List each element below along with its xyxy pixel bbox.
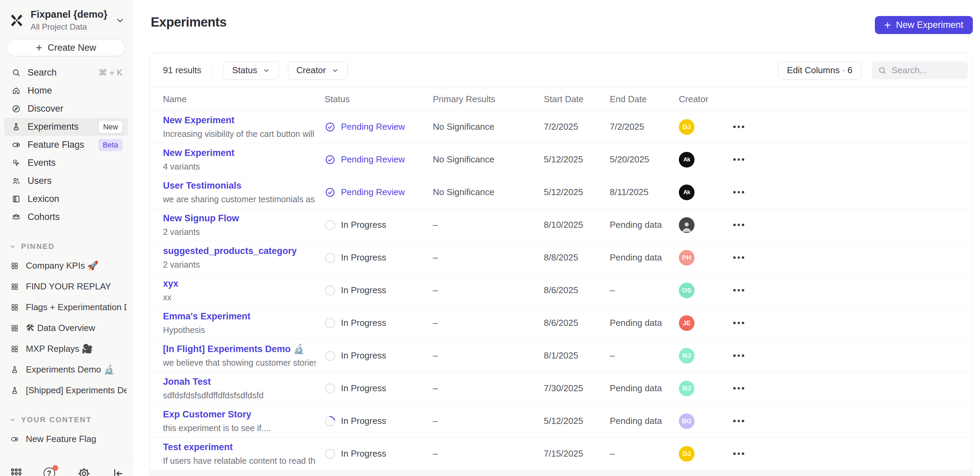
table-footer-strip: [150, 470, 972, 476]
table-row[interactable]: User Testimonials we are sharing custome…: [150, 176, 972, 209]
creator-avatar: OS: [679, 283, 695, 298]
column-header: Primary Results: [433, 94, 544, 104]
status-label: In Progress: [341, 285, 386, 296]
experiment-description: we are sharing customer testimonials as …: [163, 195, 316, 204]
row-menu-button[interactable]: [732, 156, 746, 163]
row-menu-button[interactable]: [732, 319, 746, 327]
creator-filter-button[interactable]: Creator: [288, 61, 348, 80]
end-date-value: Pending data: [610, 220, 679, 230]
chevron-down-icon: [9, 243, 16, 250]
experiment-name-link[interactable]: New Signup Flow: [163, 213, 316, 224]
sidebar-item-label: Home: [27, 85, 52, 96]
workspace-switcher[interactable]: Fixpanel {demo} All Project Data: [0, 0, 132, 34]
experiment-name-link[interactable]: Jonah Test: [163, 377, 316, 387]
sidebar-item-search[interactable]: Search ⌘ + K: [4, 64, 128, 82]
cohorts-icon: [11, 212, 21, 222]
create-new-button[interactable]: + Create New: [7, 39, 125, 56]
end-date-value: 5/20/2025: [610, 154, 679, 165]
status-label: Pending Review: [341, 187, 405, 198]
row-menu-button[interactable]: [732, 221, 746, 229]
sidebar-pinned-item[interactable]: Experiments Demo 🔬: [0, 359, 132, 380]
new-experiment-button[interactable]: + New Experiment: [875, 16, 973, 34]
sidebar-pinned-item[interactable]: FIND YOUR REPLAY: [0, 276, 132, 297]
creator-avatar: [679, 217, 695, 233]
creator-avatar: Ak: [679, 152, 695, 168]
sidebar: Fixpanel {demo} All Project Data + Creat…: [0, 0, 132, 476]
settings-gear-icon[interactable]: [77, 467, 91, 476]
row-menu-button[interactable]: [732, 450, 746, 458]
sidebar-item-events[interactable]: Events: [4, 154, 128, 172]
experiment-name-link[interactable]: Emma's Experiment: [163, 311, 316, 322]
status-filter-button[interactable]: Status: [224, 61, 279, 80]
table-row[interactable]: [In Flight] Experiments Demo 🔬 we believ…: [150, 339, 972, 372]
experiment-name-link[interactable]: [In Flight] Experiments Demo 🔬: [163, 343, 316, 355]
sidebar-item-lexicon[interactable]: Lexicon: [4, 190, 128, 208]
sidebar-item-experiments[interactable]: Experiments New: [4, 118, 128, 136]
row-menu-button[interactable]: [732, 352, 746, 359]
sidebar-pinned-item[interactable]: [Shipped] Experiments Demo 🖊: [0, 380, 132, 401]
edit-columns-button[interactable]: Edit Columns · 6: [778, 61, 862, 80]
experiment-name-link[interactable]: User Testimonials: [163, 180, 316, 191]
pinned-title: PINNED: [21, 242, 55, 251]
new-experiment-label: New Experiment: [896, 20, 963, 30]
start-date-value: 8/1/2025: [544, 350, 610, 361]
table-row[interactable]: New Experiment Increasing visibility of …: [150, 111, 972, 143]
apps-grid-icon[interactable]: [10, 467, 23, 476]
sidebar-item-feature-flags[interactable]: Feature Flags Beta: [4, 136, 128, 154]
table-row[interactable]: suggested_products_category 2 variants I…: [150, 241, 972, 274]
creator-avatar: RJ: [679, 348, 695, 364]
row-menu-button[interactable]: [732, 188, 746, 196]
table-row[interactable]: Exp Customer Story this experiment is to…: [150, 405, 972, 438]
sidebar-item-users[interactable]: Users: [4, 172, 128, 190]
row-menu-button[interactable]: [732, 254, 746, 262]
your-content-section: YOUR CONTENT New Feature Flag: [0, 414, 132, 449]
sidebar-pinned-item[interactable]: Flags + Experimentation Demo 🖊: [0, 297, 132, 318]
collapse-sidebar-icon[interactable]: [111, 467, 125, 476]
row-menu-button[interactable]: [732, 417, 746, 425]
pinned-section-header[interactable]: PINNED: [0, 241, 132, 252]
pinned-item-label: 🛠 Data Overview: [26, 323, 95, 333]
start-date-value: 8/10/2025: [544, 220, 610, 230]
table-search-input[interactable]: [891, 65, 962, 75]
experiment-name-link[interactable]: xyx: [163, 278, 316, 289]
sidebar-pinned-item[interactable]: New Feature Flag: [0, 429, 132, 449]
row-menu-button[interactable]: [732, 123, 746, 131]
workspace-name: Fixpanel {demo}: [30, 9, 109, 20]
pinned-item-label: MXP Replays 🎥: [26, 343, 93, 354]
end-date-value: Pending data: [610, 252, 679, 263]
sidebar-item-discover[interactable]: Discover: [4, 100, 128, 118]
experiment-name-link[interactable]: Test experiment: [163, 442, 316, 452]
table-row[interactable]: Test experiment If users have relatable …: [150, 438, 972, 470]
experiment-name-link[interactable]: suggested_products_category: [163, 246, 316, 256]
table-row[interactable]: New Experiment 4 variants Pending Review…: [150, 143, 972, 176]
table-row[interactable]: xyx xx In Progress – 8/6/2025 – OS: [150, 274, 972, 307]
table-row[interactable]: Emma's Experiment Hypothesis In Progress…: [150, 307, 972, 339]
status-label: In Progress: [341, 252, 386, 263]
notification-dot: [52, 465, 58, 471]
row-menu-button[interactable]: [732, 384, 746, 392]
sidebar-pinned-item[interactable]: MXP Replays 🎥: [0, 339, 132, 359]
status-label: In Progress: [341, 350, 386, 361]
sidebar-pinned-item[interactable]: Company KPIs 🚀: [0, 256, 132, 276]
your-content-header[interactable]: YOUR CONTENT: [0, 414, 132, 425]
board-icon: [10, 262, 19, 270]
experiment-description: xx: [163, 292, 316, 302]
experiment-name-link[interactable]: New Experiment: [163, 115, 316, 126]
board-icon: [10, 303, 19, 312]
help-icon[interactable]: ?: [43, 467, 57, 476]
experiment-description: 2 variants: [163, 227, 316, 237]
status-icon: [325, 187, 336, 198]
experiment-name-link[interactable]: Exp Customer Story: [163, 409, 316, 420]
table-row[interactable]: Jonah Test sdfdsfdsfsdfdffdfdsfsdfdsfd I…: [150, 372, 972, 405]
experiment-name-link[interactable]: New Experiment: [163, 148, 316, 158]
status-icon: [325, 154, 336, 165]
new-badge: New: [99, 121, 123, 133]
sidebar-pinned-item[interactable]: 🛠 Data Overview: [0, 318, 132, 339]
table-search[interactable]: [872, 62, 968, 79]
sidebar-item-home[interactable]: Home: [4, 82, 128, 100]
row-menu-button[interactable]: [732, 286, 746, 294]
primary-results-value: No Significance: [433, 121, 544, 132]
primary-results-value: –: [433, 383, 544, 394]
table-row[interactable]: New Signup Flow 2 variants In Progress –…: [150, 209, 972, 241]
sidebar-item-cohorts[interactable]: Cohorts: [4, 208, 128, 226]
